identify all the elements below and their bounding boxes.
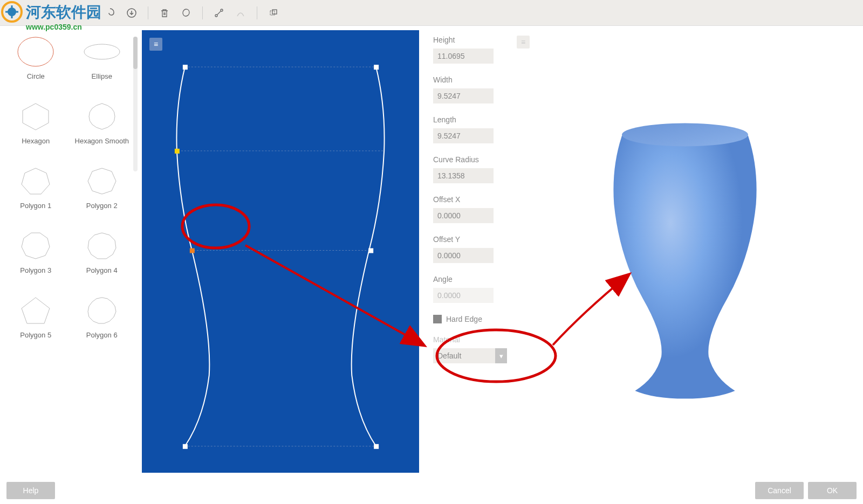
download-tool-button[interactable] <box>122 3 141 23</box>
shape-label: Polygon 6 <box>86 331 118 340</box>
shape-polygon-1[interactable]: Polygon 1 <box>5 165 66 211</box>
svg-rect-21 <box>374 65 379 70</box>
svg-rect-23 <box>190 248 195 253</box>
shape-polygon-2[interactable]: Polygon 2 <box>72 165 133 211</box>
angle-label: Angle <box>433 275 507 284</box>
height-label: Height <box>433 36 507 44</box>
shape-polygon-5[interactable]: Polygon 5 <box>5 294 66 340</box>
svg-point-3 <box>215 15 217 17</box>
svg-point-7 <box>18 37 53 66</box>
length-input[interactable] <box>433 128 494 143</box>
blob-tool-button[interactable] <box>176 3 196 23</box>
preview-3d-area[interactable]: ≡ <box>507 26 863 477</box>
shape-label: Hexagon <box>22 137 50 146</box>
svg-marker-10 <box>22 168 50 194</box>
offset-x-label: Offset X <box>433 195 507 204</box>
shape-hexagon-smooth[interactable]: Hexagon Smooth <box>72 100 133 146</box>
shape-circle[interactable]: Circle <box>5 36 66 81</box>
shape-label: Ellipse <box>92 72 112 81</box>
connector-tool-button[interactable] <box>209 3 229 23</box>
shape-label: Hexagon Smooth <box>75 137 129 146</box>
curve-radius-input[interactable] <box>433 168 494 183</box>
spiral-tool-button[interactable] <box>100 3 120 23</box>
toolbar-separator <box>202 6 203 19</box>
help-button[interactable]: Help <box>6 482 55 499</box>
svg-marker-14 <box>22 298 50 323</box>
shape-label: Circle <box>27 72 45 81</box>
properties-panel: Height Width Length Curve Radius Offset … <box>423 26 507 477</box>
angle-input[interactable] <box>433 288 494 303</box>
svg-point-4 <box>221 9 223 11</box>
transform-tool-button[interactable] <box>264 3 283 23</box>
svg-marker-9 <box>23 103 49 130</box>
toolbar <box>0 0 863 26</box>
length-label: Length <box>433 115 507 124</box>
offset-y-label: Offset Y <box>433 235 507 244</box>
shape-palette: Circle Ellipse Hexagon Hexagon Smooth Po… <box>0 26 138 477</box>
svg-marker-13 <box>88 233 116 259</box>
svg-point-27 <box>622 123 748 147</box>
watermark-url: www.pc0359.cn <box>26 23 101 31</box>
shape-label: Polygon 3 <box>20 266 51 275</box>
shape-label: Polygon 5 <box>20 331 51 340</box>
svg-rect-22 <box>175 149 180 154</box>
chevron-down-icon: ▾ <box>499 352 503 360</box>
material-select[interactable] <box>433 348 495 363</box>
cancel-button[interactable]: Cancel <box>755 482 804 499</box>
shape-polygon-3[interactable]: Polygon 3 <box>5 230 66 275</box>
curve-tool-button[interactable] <box>231 3 250 23</box>
shape-ellipse[interactable]: Ellipse <box>72 36 133 81</box>
delete-button[interactable] <box>155 3 174 23</box>
shape-label: Polygon 4 <box>86 266 118 275</box>
shape-label: Polygon 2 <box>86 202 118 211</box>
svg-rect-20 <box>183 65 188 70</box>
hard-edge-label: Hard Edge <box>446 315 482 323</box>
shape-polygon-6[interactable]: Polygon 6 <box>72 294 133 340</box>
offset-y-input[interactable] <box>433 248 494 263</box>
svg-rect-25 <box>183 444 188 449</box>
shape-polygon-4[interactable]: Polygon 4 <box>72 230 133 275</box>
hard-edge-checkbox[interactable] <box>433 315 442 323</box>
svg-marker-11 <box>88 168 116 194</box>
svg-point-1 <box>8 8 16 16</box>
svg-marker-12 <box>22 233 50 259</box>
svg-marker-15 <box>88 298 116 323</box>
watermark-text: 河东软件园 <box>26 2 101 23</box>
canvas-area: ≡ <box>138 26 423 477</box>
material-dropdown-button[interactable]: ▾ <box>495 348 507 363</box>
preview-menu-button[interactable]: ≡ <box>517 36 530 49</box>
offset-x-input[interactable] <box>433 208 494 223</box>
ok-button[interactable]: OK <box>808 482 857 499</box>
material-label: Material <box>433 335 507 344</box>
toolbar-separator <box>257 6 257 19</box>
svg-rect-26 <box>374 444 379 449</box>
profile-canvas[interactable]: ≡ <box>142 30 419 473</box>
menu-icon: ≡ <box>521 38 525 46</box>
svg-rect-24 <box>368 248 373 253</box>
palette-scrollbar[interactable] <box>133 37 138 171</box>
shape-label: Polygon 1 <box>20 202 51 211</box>
bottom-bar: Help Cancel OK <box>0 477 863 504</box>
svg-point-8 <box>84 44 120 59</box>
shape-hexagon[interactable]: Hexagon <box>5 100 66 146</box>
curve-radius-label: Curve Radius <box>433 155 507 164</box>
width-input[interactable] <box>433 88 494 103</box>
height-input[interactable] <box>433 49 494 64</box>
width-label: Width <box>433 75 507 84</box>
toolbar-separator <box>148 6 148 19</box>
